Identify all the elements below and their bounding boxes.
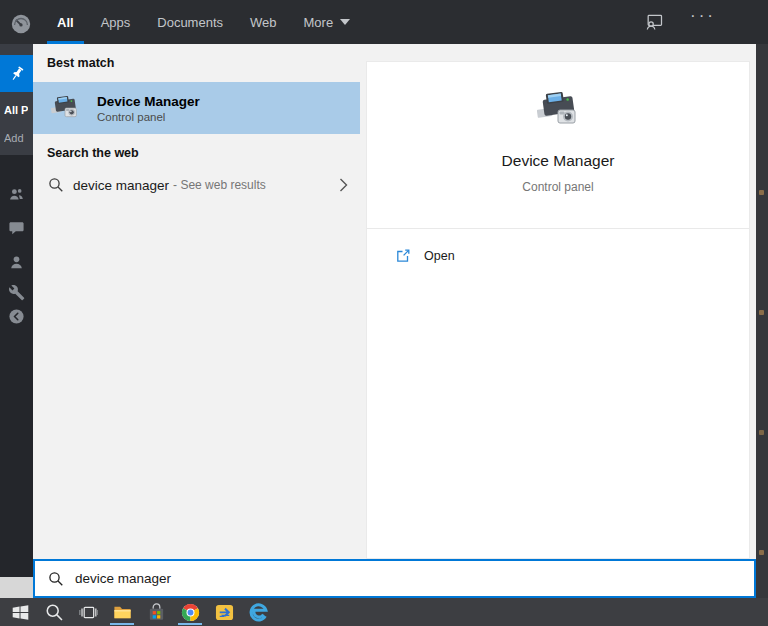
divider <box>367 228 749 229</box>
rail-label-add[interactable]: Add <box>4 132 24 144</box>
web-search-result[interactable]: device manager - See web results <box>33 166 360 204</box>
tab-apps[interactable]: Apps <box>101 0 131 44</box>
microsoft-store-button[interactable] <box>144 600 168 624</box>
search-filter-tabs: All Apps Documents Web More <box>57 0 350 44</box>
search-button[interactable] <box>42 600 66 624</box>
desktop-icon-fragment <box>759 430 764 435</box>
web-annotation: - See web results <box>173 178 266 192</box>
preview-subtitle: Control panel <box>367 180 749 194</box>
tab-documents[interactable]: Documents <box>157 0 223 44</box>
chevron-down-icon <box>340 19 350 25</box>
best-match-result[interactable]: Device Manager Control panel <box>33 82 360 134</box>
chat-icon[interactable] <box>8 220 25 237</box>
gauge-app-icon <box>10 13 32 35</box>
search-web-header: Search the web <box>47 146 139 160</box>
running-indicator-chrome <box>178 623 202 625</box>
result-subtitle: Control panel <box>97 111 200 123</box>
tab-all[interactable]: All <box>57 0 74 44</box>
pin-icon <box>8 65 26 83</box>
search-tabs-bar: All Apps Documents Web More ··· <box>0 0 768 44</box>
edge-button[interactable] <box>246 600 270 624</box>
web-query: device manager <box>73 178 169 193</box>
search-icon <box>48 177 64 193</box>
store-icon <box>147 603 166 622</box>
task-view-button[interactable] <box>76 600 100 624</box>
preview-card: Device Manager Control panel Open <box>367 62 749 558</box>
desktop-icon-fragment <box>759 190 764 195</box>
rail-label-all[interactable]: All P <box>4 104 28 116</box>
more-options-icon[interactable]: ··· <box>690 6 716 26</box>
result-title: Device Manager <box>97 94 200 109</box>
best-match-header: Best match <box>47 56 114 70</box>
app-rail: All P Add <box>0 44 33 598</box>
wrench-icon[interactable] <box>8 284 25 301</box>
windows-search-screen: All Apps Documents Web More ··· All P <box>0 0 768 626</box>
chrome-button[interactable] <box>178 600 202 624</box>
preview-title: Device Manager <box>367 152 749 170</box>
search-input[interactable] <box>73 570 754 587</box>
back-icon[interactable] <box>8 308 25 325</box>
folder-icon <box>113 603 132 622</box>
tab-web[interactable]: Web <box>250 0 277 44</box>
remote-desktop-icon <box>215 603 234 622</box>
pinned-tile[interactable] <box>0 55 33 92</box>
desktop-strip <box>756 44 768 598</box>
people-icon[interactable] <box>8 186 25 203</box>
search-icon <box>48 571 64 587</box>
search-icon <box>45 603 64 622</box>
remote-desktop-button[interactable] <box>212 600 236 624</box>
chevron-right-icon <box>339 178 348 192</box>
rail-footer <box>0 577 33 598</box>
running-indicator-file-explorer <box>110 623 134 625</box>
open-icon <box>395 248 411 264</box>
task-view-icon <box>79 603 98 622</box>
device-manager-icon <box>49 92 81 124</box>
best-match-text: Device Manager Control panel <box>97 94 200 123</box>
windows-logo-icon <box>11 603 30 622</box>
taskbar <box>0 598 768 626</box>
desktop-icon-fragment <box>759 310 764 315</box>
start-button[interactable] <box>8 600 32 624</box>
search-box <box>33 559 756 598</box>
chrome-icon <box>181 603 200 622</box>
file-explorer-button[interactable] <box>110 600 134 624</box>
open-action[interactable]: Open <box>367 240 749 272</box>
desktop-icon-fragment <box>759 550 764 555</box>
search-flyout: Best match Device Manager Control panel … <box>33 44 756 559</box>
device-manager-icon-large <box>534 86 582 134</box>
person-icon[interactable] <box>8 254 25 271</box>
tab-more[interactable]: More <box>304 0 351 44</box>
open-label: Open <box>424 249 455 263</box>
edge-icon <box>249 603 268 622</box>
feedback-icon[interactable] <box>644 12 664 32</box>
